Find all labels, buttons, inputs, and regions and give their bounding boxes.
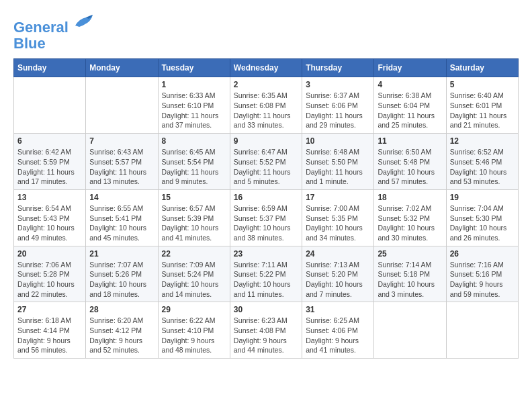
- day-number: 11: [378, 136, 442, 146]
- day-info: Sunrise: 7:06 AMSunset: 5:28 PMDaylight:…: [17, 260, 82, 300]
- weekday-header-sunday: Sunday: [14, 59, 86, 77]
- calendar-week-3: 13Sunrise: 6:54 AMSunset: 5:43 PMDayligh…: [14, 189, 519, 246]
- logo-text: General: [13, 13, 94, 36]
- day-info: Sunrise: 7:00 AMSunset: 5:35 PMDaylight:…: [306, 203, 370, 243]
- day-info: Sunrise: 6:50 AMSunset: 5:48 PMDaylight:…: [378, 147, 442, 187]
- day-number: 4: [378, 80, 442, 89]
- day-info: Sunrise: 6:54 AMSunset: 5:43 PMDaylight:…: [17, 203, 82, 243]
- calendar-cell: [14, 77, 86, 134]
- day-info: Sunrise: 6:20 AMSunset: 4:12 PMDaylight:…: [89, 316, 154, 355]
- day-info: Sunrise: 6:18 AMSunset: 4:14 PMDaylight:…: [17, 316, 82, 355]
- calendar-cell: 2Sunrise: 6:35 AMSunset: 6:08 PMDaylight…: [230, 77, 302, 134]
- day-info: Sunrise: 6:52 AMSunset: 5:46 PMDaylight:…: [450, 147, 515, 187]
- day-info: Sunrise: 6:35 AMSunset: 6:08 PMDaylight:…: [234, 91, 298, 130]
- calendar-cell: 29Sunrise: 6:22 AMSunset: 4:10 PMDayligh…: [158, 302, 230, 359]
- logo-text-blue: Blue: [13, 36, 94, 52]
- day-number: 12: [450, 136, 515, 146]
- day-number: 3: [306, 80, 370, 89]
- calendar-cell: 17Sunrise: 7:00 AMSunset: 5:35 PMDayligh…: [302, 189, 374, 246]
- calendar-cell: 18Sunrise: 7:02 AMSunset: 5:32 PMDayligh…: [374, 189, 446, 246]
- day-number: 1: [162, 80, 226, 89]
- weekday-header-friday: Friday: [374, 59, 446, 77]
- weekday-header-tuesday: Tuesday: [158, 59, 230, 77]
- day-number: 6: [17, 136, 82, 146]
- day-number: 27: [17, 305, 82, 314]
- day-info: Sunrise: 6:38 AMSunset: 6:04 PMDaylight:…: [378, 91, 442, 130]
- calendar-cell: 19Sunrise: 7:04 AMSunset: 5:30 PMDayligh…: [446, 189, 518, 246]
- calendar-week-1: 1Sunrise: 6:33 AMSunset: 6:10 PMDaylight…: [14, 77, 519, 134]
- calendar-cell: 22Sunrise: 7:09 AMSunset: 5:24 PMDayligh…: [158, 246, 230, 302]
- day-number: 19: [450, 193, 515, 202]
- calendar-cell: 15Sunrise: 6:57 AMSunset: 5:39 PMDayligh…: [158, 189, 230, 246]
- day-info: Sunrise: 6:37 AMSunset: 6:06 PMDaylight:…: [306, 91, 370, 130]
- day-number: 20: [17, 249, 82, 259]
- calendar-cell: 3Sunrise: 6:37 AMSunset: 6:06 PMDaylight…: [302, 77, 374, 134]
- calendar-cell: 10Sunrise: 6:48 AMSunset: 5:50 PMDayligh…: [302, 134, 374, 190]
- calendar-cell: 5Sunrise: 6:40 AMSunset: 6:01 PMDaylight…: [446, 77, 518, 134]
- weekday-header-wednesday: Wednesday: [230, 59, 302, 77]
- calendar-cell: 16Sunrise: 6:59 AMSunset: 5:37 PMDayligh…: [230, 189, 302, 246]
- day-info: Sunrise: 6:42 AMSunset: 5:59 PMDaylight:…: [17, 147, 82, 187]
- calendar-week-5: 27Sunrise: 6:18 AMSunset: 4:14 PMDayligh…: [14, 302, 519, 359]
- day-number: 2: [234, 80, 298, 89]
- day-number: 29: [162, 305, 226, 314]
- day-number: 5: [450, 80, 515, 89]
- calendar-header-row: SundayMondayTuesdayWednesdayThursdayFrid…: [14, 59, 519, 77]
- calendar-cell: 21Sunrise: 7:07 AMSunset: 5:26 PMDayligh…: [86, 246, 158, 302]
- calendar-cell: 12Sunrise: 6:52 AMSunset: 5:46 PMDayligh…: [446, 134, 518, 190]
- calendar-cell: [374, 302, 446, 359]
- calendar-cell: [86, 77, 158, 134]
- day-number: 14: [89, 193, 154, 202]
- day-number: 21: [89, 249, 154, 259]
- calendar-cell: 20Sunrise: 7:06 AMSunset: 5:28 PMDayligh…: [14, 246, 86, 302]
- calendar-week-2: 6Sunrise: 6:42 AMSunset: 5:59 PMDaylight…: [14, 134, 519, 190]
- calendar-cell: 25Sunrise: 7:14 AMSunset: 5:18 PMDayligh…: [374, 246, 446, 302]
- day-info: Sunrise: 7:14 AMSunset: 5:18 PMDaylight:…: [378, 260, 442, 300]
- calendar-cell: 1Sunrise: 6:33 AMSunset: 6:10 PMDaylight…: [158, 77, 230, 134]
- day-info: Sunrise: 6:23 AMSunset: 4:08 PMDaylight:…: [234, 316, 298, 355]
- day-number: 7: [89, 136, 154, 146]
- day-number: 23: [234, 249, 298, 259]
- page-header: General Blue: [13, 13, 519, 52]
- calendar-cell: [446, 302, 518, 359]
- calendar-cell: 23Sunrise: 7:11 AMSunset: 5:22 PMDayligh…: [230, 246, 302, 302]
- calendar-cell: 28Sunrise: 6:20 AMSunset: 4:12 PMDayligh…: [86, 302, 158, 359]
- weekday-header-monday: Monday: [86, 59, 158, 77]
- calendar-cell: 6Sunrise: 6:42 AMSunset: 5:59 PMDaylight…: [14, 134, 86, 190]
- day-number: 9: [234, 136, 298, 146]
- day-info: Sunrise: 6:22 AMSunset: 4:10 PMDaylight:…: [162, 316, 226, 355]
- calendar-cell: 27Sunrise: 6:18 AMSunset: 4:14 PMDayligh…: [14, 302, 86, 359]
- calendar-cell: 7Sunrise: 6:43 AMSunset: 5:57 PMDaylight…: [86, 134, 158, 190]
- calendar-cell: 8Sunrise: 6:45 AMSunset: 5:54 PMDaylight…: [158, 134, 230, 190]
- day-info: Sunrise: 6:33 AMSunset: 6:10 PMDaylight:…: [162, 91, 226, 130]
- day-number: 16: [234, 193, 298, 202]
- weekday-header-saturday: Saturday: [446, 59, 518, 77]
- day-info: Sunrise: 7:04 AMSunset: 5:30 PMDaylight:…: [450, 203, 515, 243]
- day-number: 30: [234, 305, 298, 314]
- calendar-cell: 30Sunrise: 6:23 AMSunset: 4:08 PMDayligh…: [230, 302, 302, 359]
- calendar-cell: 14Sunrise: 6:55 AMSunset: 5:41 PMDayligh…: [86, 189, 158, 246]
- calendar-cell: 11Sunrise: 6:50 AMSunset: 5:48 PMDayligh…: [374, 134, 446, 190]
- day-info: Sunrise: 6:25 AMSunset: 4:06 PMDaylight:…: [306, 316, 370, 355]
- day-info: Sunrise: 7:11 AMSunset: 5:22 PMDaylight:…: [234, 260, 298, 300]
- day-info: Sunrise: 7:02 AMSunset: 5:32 PMDaylight:…: [378, 203, 442, 243]
- logo-bird-icon: [74, 13, 94, 32]
- day-info: Sunrise: 6:48 AMSunset: 5:50 PMDaylight:…: [306, 147, 370, 187]
- day-number: 28: [89, 305, 154, 314]
- day-number: 8: [162, 136, 226, 146]
- logo: General Blue: [13, 13, 94, 52]
- day-number: 31: [306, 305, 370, 314]
- day-number: 10: [306, 136, 370, 146]
- day-info: Sunrise: 7:07 AMSunset: 5:26 PMDaylight:…: [89, 260, 154, 300]
- day-info: Sunrise: 6:43 AMSunset: 5:57 PMDaylight:…: [89, 147, 154, 187]
- day-info: Sunrise: 6:40 AMSunset: 6:01 PMDaylight:…: [450, 91, 515, 130]
- calendar-cell: 31Sunrise: 6:25 AMSunset: 4:06 PMDayligh…: [302, 302, 374, 359]
- calendar-week-4: 20Sunrise: 7:06 AMSunset: 5:28 PMDayligh…: [14, 246, 519, 302]
- calendar-cell: 24Sunrise: 7:13 AMSunset: 5:20 PMDayligh…: [302, 246, 374, 302]
- day-info: Sunrise: 6:55 AMSunset: 5:41 PMDaylight:…: [89, 203, 154, 243]
- calendar-table: SundayMondayTuesdayWednesdayThursdayFrid…: [13, 58, 519, 359]
- day-info: Sunrise: 7:13 AMSunset: 5:20 PMDaylight:…: [306, 260, 370, 300]
- day-info: Sunrise: 6:57 AMSunset: 5:39 PMDaylight:…: [162, 203, 226, 243]
- day-number: 13: [17, 193, 82, 202]
- day-number: 22: [162, 249, 226, 259]
